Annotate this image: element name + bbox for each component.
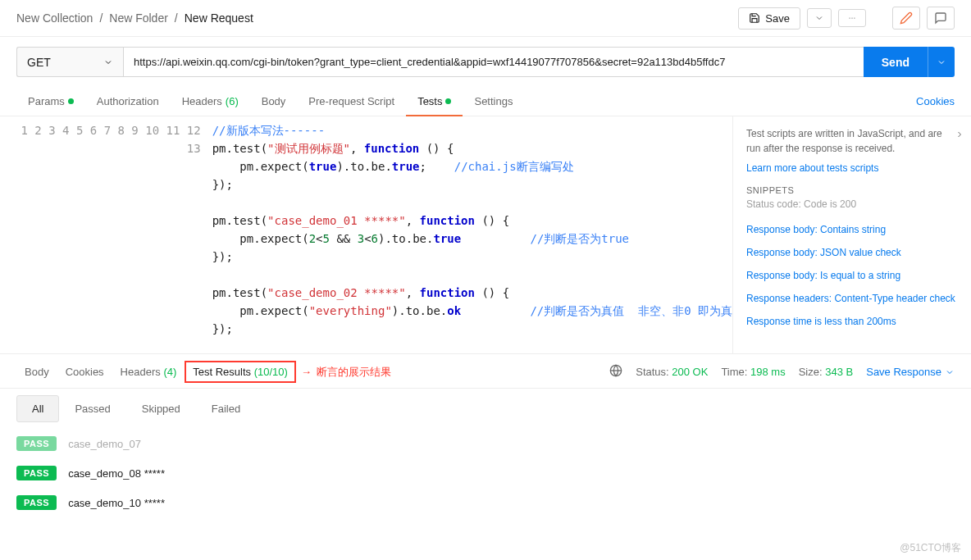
tab-settings[interactable]: Settings <box>463 87 524 116</box>
pass-badge: PASS <box>16 495 57 510</box>
annotation-arrow-icon: → <box>301 366 312 378</box>
pass-badge: PASS <box>16 436 57 451</box>
method-select[interactable]: GET <box>16 47 123 77</box>
test-result-row: PASScase_demo_08 ***** <box>16 458 955 488</box>
tab-body[interactable]: Body <box>250 87 298 116</box>
status-dot-icon <box>445 98 451 104</box>
cookies-link[interactable]: Cookies <box>916 87 955 116</box>
floppy-icon <box>749 12 760 24</box>
line-gutter: 1 2 3 4 5 6 7 8 9 10 11 12 13 <box>10 121 212 348</box>
tab-tests[interactable]: Tests <box>406 87 463 116</box>
snippet-item[interactable]: Response body: Is equal to a string <box>746 264 958 287</box>
test-name: case_demo_10 ***** <box>68 497 165 509</box>
snippet-item[interactable]: Status code: Code is 200 <box>746 198 958 210</box>
watermark: @51CTO博客 <box>900 541 961 555</box>
tab-pre-request[interactable]: Pre-request Script <box>297 87 406 116</box>
response-tab-body[interactable]: Body <box>16 361 57 383</box>
breadcrumb-item[interactable]: New Collection <box>16 11 93 25</box>
response-tab-cookies[interactable]: Cookies <box>57 361 112 383</box>
breadcrumb-item[interactable]: New Folder <box>109 11 168 25</box>
comment-button[interactable] <box>927 7 955 30</box>
learn-more-link[interactable]: Learn more about tests scripts <box>746 162 878 174</box>
help-panel: Test scripts are written in JavaScript, … <box>733 116 971 353</box>
tab-authorization[interactable]: Authorization <box>85 87 171 116</box>
send-dropdown-button[interactable] <box>928 47 955 77</box>
svg-point-2 <box>854 17 855 18</box>
status-dot-icon <box>68 98 74 104</box>
breadcrumb-sep: / <box>99 11 103 25</box>
dots-icon <box>846 14 859 22</box>
comment-icon <box>934 11 947 25</box>
snippet-item[interactable]: Response body: Contains string <box>746 218 958 241</box>
chevron-down-icon <box>103 57 113 67</box>
filter-passed[interactable]: Passed <box>59 395 125 422</box>
response-tab-test-results[interactable]: Test Results (10/10) <box>185 361 296 383</box>
svg-point-1 <box>851 17 852 18</box>
test-results-list: PASScase_demo_07PASScase_demo_08 *****PA… <box>0 429 971 517</box>
breadcrumb-current: New Request <box>185 11 253 25</box>
snippets-header: SNIPPETS <box>746 185 958 195</box>
chevron-down-icon <box>945 367 955 377</box>
snippet-item[interactable]: Response body: JSON value check <box>746 241 958 264</box>
globe-icon[interactable] <box>609 364 622 380</box>
chevron-right-icon <box>955 130 964 139</box>
response-tab-headers[interactable]: Headers (4) <box>112 361 185 383</box>
snippet-item[interactable]: Response time is less than 200ms <box>746 310 958 333</box>
filter-all[interactable]: All <box>16 395 59 422</box>
breadcrumb-sep: / <box>175 11 178 25</box>
breadcrumb: New Collection / New Folder / New Reques… <box>16 11 738 25</box>
tab-headers[interactable]: Headers (6) <box>171 87 250 116</box>
chevron-down-icon <box>937 57 946 67</box>
test-result-row: PASScase_demo_07 <box>16 429 955 458</box>
test-result-row: PASScase_demo_10 ***** <box>16 488 955 517</box>
pass-badge: PASS <box>16 466 57 480</box>
save-button[interactable]: Save <box>738 7 800 30</box>
save-dropdown-button[interactable] <box>807 8 832 28</box>
pencil-icon <box>900 11 913 25</box>
svg-point-0 <box>849 17 850 18</box>
test-name: case_demo_07 <box>68 438 141 450</box>
edit-button[interactable] <box>892 7 920 30</box>
filter-skipped[interactable]: Skipped <box>126 395 196 422</box>
url-input[interactable] <box>123 47 864 77</box>
save-response-button[interactable]: Save Response <box>866 366 955 378</box>
filter-failed[interactable]: Failed <box>196 395 256 422</box>
annotation-label: 断言的展示结果 <box>317 365 391 380</box>
test-name: case_demo_08 ***** <box>68 467 165 480</box>
code-editor[interactable]: 1 2 3 4 5 6 7 8 9 10 11 12 13 //新版本写法---… <box>0 116 733 353</box>
chevron-down-icon <box>814 13 824 23</box>
send-button[interactable]: Send <box>864 47 928 77</box>
size-label: Size: 343 B <box>799 366 854 378</box>
collapse-panel-button[interactable] <box>955 130 964 142</box>
time-label: Time: 198 ms <box>721 366 785 378</box>
tab-params[interactable]: Params <box>16 87 85 116</box>
help-text: Test scripts are written in JavaScript, … <box>746 126 958 156</box>
more-options-button[interactable] <box>838 9 866 27</box>
snippet-item[interactable]: Response headers: Content-Type header ch… <box>746 287 958 310</box>
status-label: Status: 200 OK <box>636 366 708 378</box>
